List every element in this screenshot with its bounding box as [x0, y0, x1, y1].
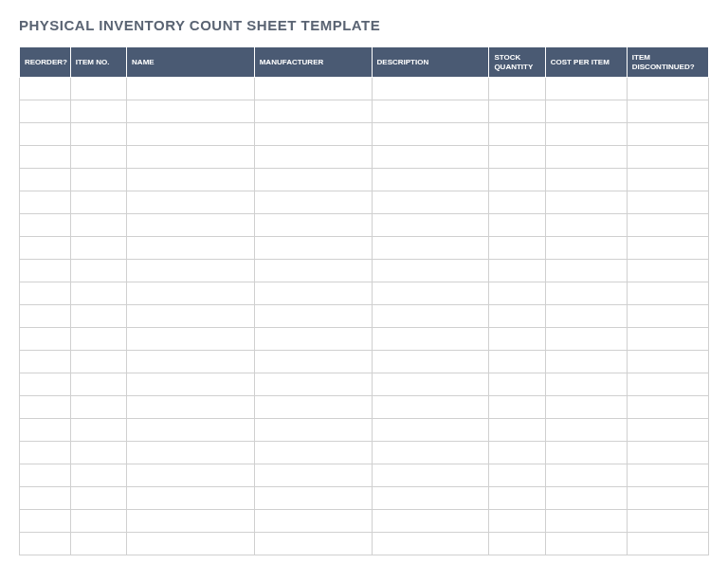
cell-stock[interactable] — [489, 191, 545, 214]
cell-description[interactable] — [372, 305, 489, 328]
cell-stock[interactable] — [489, 442, 545, 464]
cell-manufacturer[interactable] — [254, 214, 372, 237]
cell-name[interactable] — [127, 237, 255, 260]
cell-itemno[interactable] — [70, 396, 126, 419]
cell-stock[interactable] — [489, 419, 545, 442]
cell-discontinued[interactable] — [627, 464, 708, 487]
cell-cost[interactable] — [545, 328, 627, 351]
cell-description[interactable] — [372, 146, 489, 169]
cell-manufacturer[interactable] — [254, 146, 372, 169]
cell-reorder[interactable] — [20, 146, 71, 169]
cell-manufacturer[interactable] — [254, 191, 372, 214]
cell-description[interactable] — [372, 169, 489, 191]
cell-description[interactable] — [372, 533, 489, 555]
cell-discontinued[interactable] — [627, 191, 708, 214]
cell-reorder[interactable] — [20, 78, 71, 100]
cell-reorder[interactable] — [20, 100, 71, 123]
cell-itemno[interactable] — [70, 351, 126, 373]
cell-manufacturer[interactable] — [254, 373, 372, 396]
cell-itemno[interactable] — [70, 510, 126, 533]
cell-manufacturer[interactable] — [254, 328, 372, 351]
cell-reorder[interactable] — [20, 169, 71, 191]
cell-name[interactable] — [127, 78, 255, 100]
cell-name[interactable] — [127, 146, 255, 169]
cell-reorder[interactable] — [20, 373, 71, 396]
cell-cost[interactable] — [545, 100, 627, 123]
cell-manufacturer[interactable] — [254, 260, 372, 282]
cell-manufacturer[interactable] — [254, 123, 372, 146]
cell-itemno[interactable] — [70, 419, 126, 442]
cell-discontinued[interactable] — [627, 78, 708, 100]
cell-manufacturer[interactable] — [254, 78, 372, 100]
cell-manufacturer[interactable] — [254, 169, 372, 191]
cell-discontinued[interactable] — [627, 282, 708, 305]
cell-manufacturer[interactable] — [254, 100, 372, 123]
cell-cost[interactable] — [545, 123, 627, 146]
cell-itemno[interactable] — [70, 146, 126, 169]
cell-name[interactable] — [127, 351, 255, 373]
cell-reorder[interactable] — [20, 237, 71, 260]
cell-reorder[interactable] — [20, 191, 71, 214]
cell-discontinued[interactable] — [627, 396, 708, 419]
cell-stock[interactable] — [489, 214, 545, 237]
cell-cost[interactable] — [545, 260, 627, 282]
cell-reorder[interactable] — [20, 351, 71, 373]
cell-manufacturer[interactable] — [254, 419, 372, 442]
cell-itemno[interactable] — [70, 123, 126, 146]
cell-stock[interactable] — [489, 123, 545, 146]
cell-description[interactable] — [372, 464, 489, 487]
cell-itemno[interactable] — [70, 464, 126, 487]
cell-reorder[interactable] — [20, 464, 71, 487]
cell-cost[interactable] — [545, 237, 627, 260]
cell-manufacturer[interactable] — [254, 396, 372, 419]
cell-manufacturer[interactable] — [254, 351, 372, 373]
cell-discontinued[interactable] — [627, 169, 708, 191]
cell-discontinued[interactable] — [627, 214, 708, 237]
cell-itemno[interactable] — [70, 373, 126, 396]
cell-manufacturer[interactable] — [254, 510, 372, 533]
cell-reorder[interactable] — [20, 123, 71, 146]
cell-discontinued[interactable] — [627, 146, 708, 169]
cell-name[interactable] — [127, 123, 255, 146]
cell-stock[interactable] — [489, 510, 545, 533]
cell-itemno[interactable] — [70, 487, 126, 510]
cell-reorder[interactable] — [20, 282, 71, 305]
cell-reorder[interactable] — [20, 305, 71, 328]
cell-stock[interactable] — [489, 282, 545, 305]
cell-itemno[interactable] — [70, 191, 126, 214]
cell-discontinued[interactable] — [627, 305, 708, 328]
cell-manufacturer[interactable] — [254, 487, 372, 510]
cell-cost[interactable] — [545, 533, 627, 555]
cell-cost[interactable] — [545, 78, 627, 100]
cell-name[interactable] — [127, 191, 255, 214]
cell-cost[interactable] — [545, 442, 627, 464]
cell-description[interactable] — [372, 100, 489, 123]
cell-stock[interactable] — [489, 533, 545, 555]
cell-stock[interactable] — [489, 305, 545, 328]
cell-description[interactable] — [372, 373, 489, 396]
cell-reorder[interactable] — [20, 533, 71, 555]
cell-cost[interactable] — [545, 146, 627, 169]
cell-stock[interactable] — [489, 328, 545, 351]
cell-name[interactable] — [127, 328, 255, 351]
cell-cost[interactable] — [545, 214, 627, 237]
cell-description[interactable] — [372, 351, 489, 373]
cell-name[interactable] — [127, 533, 255, 555]
cell-itemno[interactable] — [70, 78, 126, 100]
cell-manufacturer[interactable] — [254, 533, 372, 555]
cell-name[interactable] — [127, 442, 255, 464]
cell-name[interactable] — [127, 373, 255, 396]
cell-itemno[interactable] — [70, 328, 126, 351]
cell-description[interactable] — [372, 396, 489, 419]
cell-itemno[interactable] — [70, 305, 126, 328]
cell-name[interactable] — [127, 305, 255, 328]
cell-cost[interactable] — [545, 282, 627, 305]
cell-name[interactable] — [127, 464, 255, 487]
cell-itemno[interactable] — [70, 282, 126, 305]
cell-description[interactable] — [372, 442, 489, 464]
cell-discontinued[interactable] — [627, 237, 708, 260]
cell-cost[interactable] — [545, 305, 627, 328]
cell-itemno[interactable] — [70, 169, 126, 191]
cell-description[interactable] — [372, 191, 489, 214]
cell-reorder[interactable] — [20, 328, 71, 351]
